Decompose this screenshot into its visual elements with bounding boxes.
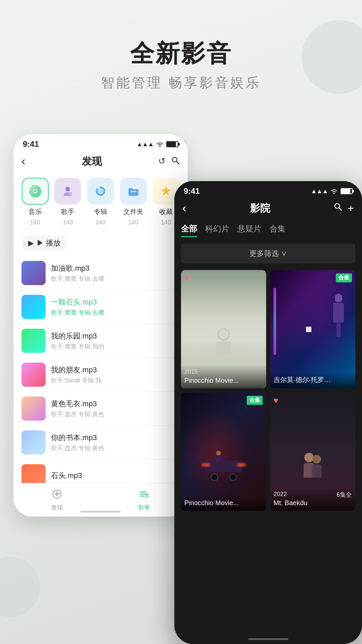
- list-item[interactable]: 我的朋友.mp3 歌手:Sandi 专辑:我: [19, 358, 182, 392]
- singer-label: 歌手: [61, 207, 74, 216]
- movie-badge-3: 合集: [247, 396, 263, 405]
- song-info: 黄色毛衣.mp3 歌手:盘杰 专辑:黄色: [51, 399, 180, 418]
- song-name: 我的乐园.mp3: [51, 331, 180, 341]
- svg-point-13: [97, 186, 100, 189]
- add-icon[interactable]: +: [348, 202, 354, 215]
- song-thumb: [21, 363, 46, 387]
- more-filter-btn[interactable]: 更多筛选 ∨: [181, 244, 355, 263]
- category-singer[interactable]: ♪ 歌手 140: [54, 178, 81, 226]
- movie-card-3[interactable]: 合集 Pinocchio Movie...: [181, 392, 266, 511]
- play-btn-row: ▶ ▶ 播放: [13, 233, 188, 256]
- music-count: 140: [30, 219, 40, 226]
- movie-card-4[interactable]: ♥ 2022 6集全 Mt. Baekdu: [270, 392, 355, 511]
- home-indicator-left: [80, 511, 121, 513]
- singer-icon-wrap: ♪: [54, 178, 81, 205]
- page-header: 全新影音 智能管理 畅享影音娱乐: [0, 0, 362, 92]
- svg-point-6: [65, 187, 70, 192]
- left-phone: 9:41 ▲▲▲ ‹ 发现 ↺: [13, 134, 188, 517]
- category-folder[interactable]: 文件夹 140: [120, 178, 147, 226]
- list-item[interactable]: 你的书本.mp3 歌手:盘杰 专辑:黄色: [19, 426, 182, 460]
- music-icon-wrap: [22, 178, 49, 205]
- movie-episodes-4: 6集全: [337, 491, 352, 499]
- movie-info-4: 2022 6集全 Mt. Baekdu: [270, 487, 355, 511]
- list-item[interactable]: 加油歌.mp3 歌手:窦窦 专辑:去哪: [19, 256, 182, 290]
- category-music[interactable]: 音乐 140: [22, 178, 49, 226]
- wifi-icon-right: [330, 186, 338, 196]
- song-thumb: [21, 396, 46, 421]
- movie-info-2: 吉尔莫·德尔·托罗…: [270, 372, 355, 388]
- movie-card-2[interactable]: 合集 吉尔莫·德尔·托罗…: [270, 270, 355, 388]
- right-phone: 9:41 ▲▲▲ ‹ 影院 + 全部: [174, 181, 362, 644]
- movie-info-1: 2015 Pinocchio Movie...: [181, 365, 266, 388]
- movie-heart-1: ♥: [184, 273, 189, 283]
- singer-count: 140: [63, 219, 73, 226]
- home-indicator-right: [248, 638, 288, 640]
- song-name: 黄色毛衣.mp3: [51, 399, 180, 409]
- folder-count: 140: [128, 219, 138, 226]
- back-button-left[interactable]: ‹: [21, 154, 25, 168]
- play-icon: ▶: [28, 239, 34, 248]
- play-button[interactable]: ▶ ▶ 播放: [21, 235, 67, 251]
- filter-tab-mystery[interactable]: 悬疑片: [237, 223, 261, 237]
- signal-icon-right: ▲▲▲: [311, 188, 328, 195]
- svg-line-1: [177, 161, 179, 164]
- song-info: 一颗石头.mp3 歌手:窦窦 专辑:去哪: [51, 297, 180, 317]
- album-label: 专辑: [94, 207, 107, 216]
- time-right: 9:41: [184, 186, 200, 196]
- category-list: 音乐 140 ♪ 歌手 140: [13, 174, 188, 233]
- category-album[interactable]: 专辑 140: [87, 178, 114, 226]
- song-thumb: [21, 261, 46, 285]
- movie-year-title-row: 2022 6集全: [274, 491, 352, 499]
- tab-playlist-label: 歌单: [138, 503, 150, 512]
- folder-icon-wrap: [120, 178, 147, 205]
- music-label: 音乐: [28, 207, 42, 216]
- svg-point-22: [145, 495, 148, 497]
- nav-title-left: 发现: [82, 155, 102, 168]
- wifi-icon-left: [156, 140, 164, 149]
- song-name: 一颗石头.mp3: [51, 297, 180, 307]
- battery-icon-left: [166, 141, 178, 147]
- song-meta: 歌手:盘杰 专辑:黄色: [51, 444, 180, 452]
- song-thumb: [21, 329, 46, 353]
- svg-text:♪: ♪: [70, 193, 71, 196]
- fav-label: 收藏: [159, 207, 173, 216]
- movie-title-3: Pinocchio Movie...: [184, 499, 263, 507]
- movie-title-4: Mt. Baekdu: [274, 499, 352, 507]
- discover-icon: [52, 489, 62, 502]
- movie-card-1[interactable]: ♥ 2015 Pinocchio Movie...: [181, 270, 266, 388]
- play-label: ▶ 播放: [37, 238, 61, 248]
- couple-figure: [304, 453, 322, 478]
- song-name: 你的书本.mp3: [51, 433, 180, 443]
- song-meta: 歌手:盘杰 专辑:黄色: [51, 410, 180, 418]
- svg-point-12: [100, 191, 101, 192]
- filter-tab-scifi[interactable]: 科幻片: [205, 223, 229, 237]
- white-rect: [306, 327, 311, 332]
- movie-grid: ♥ 2015 Pinocchio Movie... 合: [174, 266, 362, 515]
- search-icon-right[interactable]: [334, 202, 342, 215]
- song-info: 我的朋友.mp3 歌手:Sandi 专辑:我: [51, 365, 180, 384]
- svg-rect-14: [131, 191, 136, 192]
- song-list: 加油歌.mp3 歌手:窦窦 专辑:去哪 一颗石头.mp3 歌手:窦窦 专辑:去哪…: [13, 256, 188, 493]
- phones-container: 9:41 ▲▲▲ ‹ 发现 ↺: [0, 114, 362, 617]
- astronaut-figure: [216, 328, 231, 355]
- page-subtitle: 智能管理 畅享影音娱乐: [0, 73, 362, 92]
- song-name: 我的朋友.mp3: [51, 365, 180, 375]
- filter-tab-collection[interactable]: 合集: [269, 223, 286, 237]
- list-item[interactable]: 我的乐园.mp3 歌手:窦窦 专辑:我的: [19, 324, 182, 358]
- song-name: 石头.mp3: [51, 471, 180, 481]
- list-item[interactable]: 一颗石头.mp3 歌手:窦窦 专辑:去哪: [19, 290, 182, 324]
- list-item[interactable]: 黄色毛衣.mp3 歌手:盘杰 专辑:黄色: [19, 392, 182, 426]
- filter-tab-all[interactable]: 全部: [181, 223, 197, 237]
- folder-label: 文件夹: [123, 207, 143, 216]
- movie-heart-4: ♥: [274, 396, 278, 405]
- song-info: 石头.mp3: [51, 471, 180, 482]
- time-left: 9:41: [23, 140, 39, 149]
- refresh-icon[interactable]: ↺: [158, 156, 166, 167]
- search-icon-left[interactable]: [171, 156, 180, 167]
- song-thumb: [21, 295, 46, 319]
- movie-year-1: 2015: [184, 368, 263, 375]
- song-name: 加油歌.mp3: [51, 263, 180, 273]
- back-button-right[interactable]: ‹: [182, 201, 186, 215]
- movie-title-1: Pinocchio Movie...: [184, 377, 263, 384]
- song-info: 我的乐园.mp3 歌手:窦窦 专辑:我的: [51, 331, 180, 351]
